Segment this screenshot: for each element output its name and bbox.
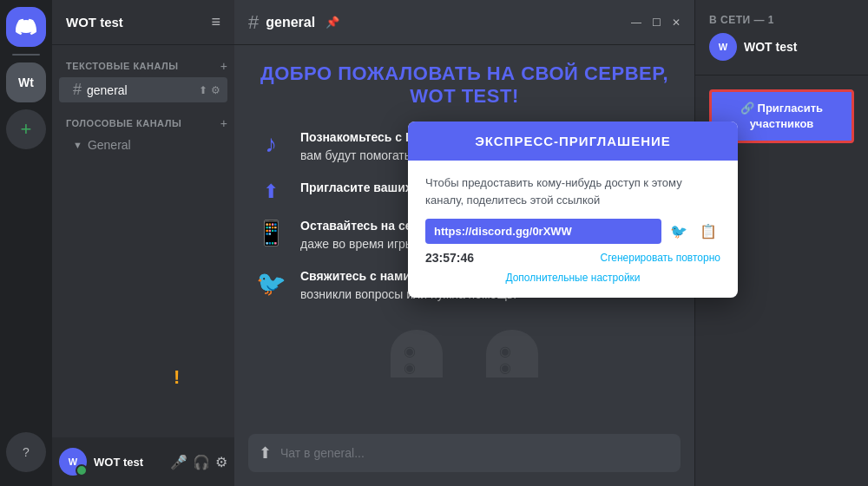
right-panel-header: В СЕТИ — 1 W WOT test <box>695 0 868 76</box>
server-name: WOT test <box>66 15 123 30</box>
minimize-button[interactable]: — <box>631 16 641 29</box>
add-text-channel-icon[interactable]: + <box>220 59 227 73</box>
wt-server-label: Wt <box>18 76 34 89</box>
right-panel-user-row: W WOT test <box>709 33 854 61</box>
general-voice-channel[interactable]: ▼ General <box>59 135 227 155</box>
user-panel-icons: 🎤 🎧 ⚙ <box>170 454 227 470</box>
invite-timer-row: 23:57:46 Сгенерировать повторно <box>425 251 720 265</box>
warning-icon: ! <box>174 366 180 389</box>
ghost-mascots: ◉ ◉ ◉ ◉ <box>255 330 674 378</box>
window-controls: — ☐ ✕ <box>631 16 681 29</box>
voice-channel-name: General <box>88 138 131 152</box>
mute-icon[interactable]: 🎤 <box>170 454 187 470</box>
regenerate-button[interactable]: Сгенерировать повторно <box>600 252 720 264</box>
invite-link-row: 🐦 📋 <box>425 219 720 244</box>
upload-icon: ⬆ <box>255 181 286 203</box>
right-panel-user-avatar: W <box>709 33 737 61</box>
text-channels-category: ТЕКСТОВЫЕ КАНАЛЫ + <box>52 52 234 76</box>
user-panel-name: WOT test <box>94 456 163 469</box>
express-invite-header: ЭКСПРЕСС-ПРИГЛАШЕНИЕ <box>408 122 738 161</box>
mobile-icon: 📱 <box>255 219 286 247</box>
invite-icon[interactable]: ⬆ <box>199 84 207 96</box>
channel-list: ТЕКСТОВЫЕ КАНАЛЫ + # general ⬆ ⚙ ГОЛОСОВ… <box>52 45 234 437</box>
right-panel-user-name: WOT test <box>744 40 797 54</box>
main-chat: # general 📌 — ☐ ✕ ДОБРО ПОЖАЛОВАТЬ НА СВ… <box>234 0 694 486</box>
chat-input-box: ⬆ <box>248 434 681 472</box>
express-invite-body: Чтобы предоставить кому-нибудь доступ к … <box>408 161 738 298</box>
restore-button[interactable]: ☐ <box>652 16 661 29</box>
voice-channels-category: ГОЛОСОВЫЕ КАНАЛЫ + <box>52 109 234 134</box>
user-avatar: W <box>59 448 87 476</box>
hamburger-icon: ≡ <box>211 13 220 31</box>
header-pin-icon: 📌 <box>326 16 339 29</box>
discord-home-button[interactable] <box>6 7 46 47</box>
server-separator <box>12 54 40 56</box>
close-button[interactable]: ✕ <box>672 16 681 29</box>
copy-link-button[interactable]: 📋 <box>696 220 720 243</box>
general-channel-item[interactable]: # general ⬆ ⚙ <box>59 77 227 102</box>
header-channel-name: general <box>266 15 315 30</box>
twitter-icon: 🐦 <box>255 269 286 298</box>
server-list: Wt + ? <box>0 0 52 486</box>
chat-input[interactable] <box>280 446 670 460</box>
user-panel: W WOT test 🎤 🎧 ⚙ <box>52 437 234 486</box>
settings-icon[interactable]: ⚙ <box>211 84 220 96</box>
express-invite-popup: ЭКСПРЕСС-ПРИГЛАШЕНИЕ Чтобы предоставить … <box>408 122 738 298</box>
wt-server-icon[interactable]: Wt <box>6 62 46 102</box>
welcome-title: ДОБРО ПОЖАЛОВАТЬ НА СВОЙ СЕРВЕР, WOT TES… <box>255 62 674 108</box>
text-channels-label: ТЕКСТОВЫЕ КАНАЛЫ <box>66 61 179 71</box>
chat-header: # general 📌 — ☐ ✕ <box>234 0 694 45</box>
channel-hash-icon: # <box>73 81 82 99</box>
advanced-settings-link[interactable]: Дополнительные настройки <box>425 272 720 284</box>
help-button[interactable]: ? <box>6 432 46 472</box>
channel-general-name: general <box>87 83 194 97</box>
channel-sidebar: WOT test ≡ ТЕКСТОВЫЕ КАНАЛЫ + # general … <box>52 0 234 486</box>
add-voice-channel-icon[interactable]: + <box>220 116 227 130</box>
invite-timer: 23:57:46 <box>425 251 474 265</box>
invite-link-input[interactable] <box>425 219 661 244</box>
deafen-icon[interactable]: 🎧 <box>193 454 210 470</box>
channel-action-icons: ⬆ ⚙ <box>199 84 220 96</box>
voice-chevron-icon: ▼ <box>73 140 82 150</box>
chat-input-bar: ⬆ <box>234 434 694 486</box>
attach-icon[interactable]: ⬆ <box>259 443 272 463</box>
user-settings-icon[interactable]: ⚙ <box>215 454 227 470</box>
express-invite-description: Чтобы предоставить кому-нибудь доступ к … <box>425 174 720 208</box>
online-count-label: В СЕТИ — 1 <box>709 14 854 26</box>
voice-channels-label: ГОЛОСОВЫЕ КАНАЛЫ <box>66 118 181 128</box>
server-name-bar[interactable]: WOT test ≡ <box>52 0 234 45</box>
add-server-button[interactable]: + <box>6 109 46 149</box>
music-icon: ♪ <box>255 130 286 158</box>
twitter-share-button[interactable]: 🐦 <box>667 220 691 243</box>
header-hash: # <box>248 11 259 34</box>
